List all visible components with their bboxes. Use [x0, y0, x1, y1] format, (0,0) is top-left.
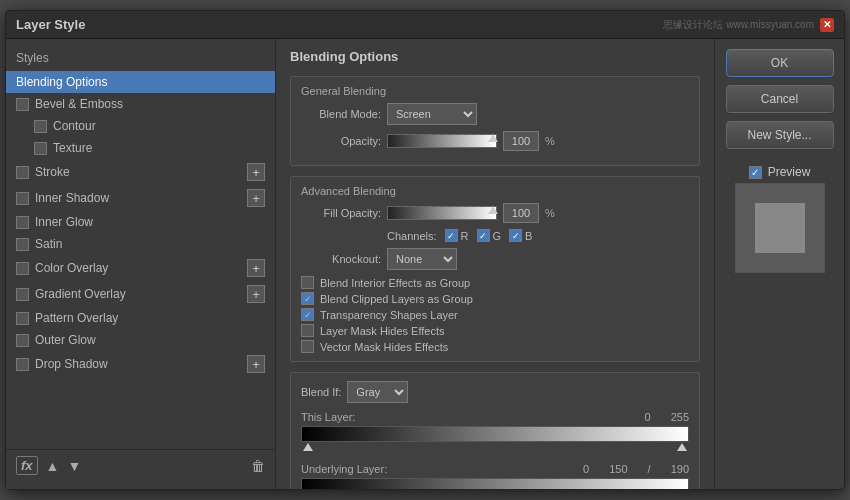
delete-button[interactable]: 🗑: [251, 458, 265, 474]
blend-interior-group-checkbox[interactable]: [301, 276, 314, 289]
this-layer-min: 0: [645, 411, 651, 423]
sidebar-item-outer-glow[interactable]: Outer Glow: [6, 329, 275, 351]
advanced-options: Blend Interior Effects as Group ✓ Blend …: [301, 276, 689, 353]
this-layer-section: This Layer: 0 255: [301, 411, 689, 455]
title-bar: Layer Style 思缘设计论坛 www.missyuan.com ✕: [6, 11, 844, 39]
sidebar-item-gradient-overlay[interactable]: Gradient Overlay +: [6, 281, 275, 307]
gradient-overlay-add-button[interactable]: +: [247, 285, 265, 303]
color-overlay-add-button[interactable]: +: [247, 259, 265, 277]
underlying-layer-gradient-track[interactable]: [301, 478, 689, 489]
advanced-blending-section: Advanced Blending Fill Opacity: % Channe…: [290, 176, 700, 362]
layer-mask-hides-label: Layer Mask Hides Effects: [320, 325, 445, 337]
middle-panel: Blending Options General Blending Blend …: [276, 39, 714, 489]
opacity-label: Opacity:: [301, 135, 381, 147]
fill-opacity-slider-track[interactable]: [387, 206, 497, 220]
drop-shadow-checkbox[interactable]: [16, 358, 29, 371]
channel-g-label: G: [493, 230, 502, 242]
this-layer-label: This Layer:: [301, 411, 355, 423]
this-layer-arrows: [301, 443, 689, 455]
knockout-label: Knockout:: [301, 253, 381, 265]
opacity-input[interactable]: [503, 131, 539, 151]
advanced-blending-title: Advanced Blending: [301, 185, 689, 197]
blend-mode-select[interactable]: Screen Normal Multiply Overlay: [387, 103, 477, 125]
preview-checkbox[interactable]: ✓: [749, 166, 762, 179]
this-layer-left-arrow[interactable]: [303, 443, 313, 451]
vector-mask-hides-checkbox[interactable]: [301, 340, 314, 353]
fill-opacity-percent: %: [545, 207, 555, 219]
opacity-row: Opacity: %: [301, 131, 689, 151]
sidebar-item-blending-options[interactable]: Blending Options: [6, 71, 275, 93]
blend-clipped-layers-checkbox[interactable]: ✓: [301, 292, 314, 305]
style-item-left: Blending Options: [16, 75, 107, 89]
channel-b-checkbox[interactable]: ✓: [509, 229, 522, 242]
fill-opacity-thumb[interactable]: [488, 206, 498, 214]
fill-opacity-input[interactable]: [503, 203, 539, 223]
sidebar-item-bevel-emboss[interactable]: Bevel & Emboss: [6, 93, 275, 115]
opacity-slider-container: [387, 134, 497, 148]
blend-clipped-layers-label: Blend Clipped Layers as Group: [320, 293, 473, 305]
underlying-layer-min: 0: [583, 463, 589, 475]
opacity-slider-track[interactable]: [387, 134, 497, 148]
inner-shadow-checkbox[interactable]: [16, 192, 29, 205]
sidebar-item-drop-shadow[interactable]: Drop Shadow +: [6, 351, 275, 377]
blend-mode-row: Blend Mode: Screen Normal Multiply Overl…: [301, 103, 689, 125]
styles-header: Styles: [6, 47, 275, 71]
ok-button[interactable]: OK: [726, 49, 834, 77]
preview-section: ✓ Preview: [735, 165, 825, 273]
knockout-select[interactable]: None Shallow Deep: [387, 248, 457, 270]
sidebar-item-texture[interactable]: Texture: [6, 137, 275, 159]
dialog-body: Styles Blending Options Bevel & Emboss C: [6, 39, 844, 489]
stroke-add-button[interactable]: +: [247, 163, 265, 181]
stroke-checkbox[interactable]: [16, 166, 29, 179]
vector-mask-hides-option: Vector Mask Hides Effects: [301, 340, 689, 353]
move-up-button[interactable]: ▲: [46, 458, 60, 474]
fill-opacity-label: Fill Opacity:: [301, 207, 381, 219]
this-layer-values: 0 255: [645, 411, 689, 423]
contour-checkbox[interactable]: [34, 120, 47, 133]
sidebar-item-satin[interactable]: Satin: [6, 233, 275, 255]
color-overlay-checkbox[interactable]: [16, 262, 29, 275]
channel-r-checkbox[interactable]: ✓: [445, 229, 458, 242]
layer-mask-hides-checkbox[interactable]: [301, 324, 314, 337]
dialog-title: Layer Style: [16, 17, 85, 32]
new-style-button[interactable]: New Style...: [726, 121, 834, 149]
move-down-button[interactable]: ▼: [67, 458, 81, 474]
blend-interior-group-option: Blend Interior Effects as Group: [301, 276, 689, 289]
channel-g-checkbox[interactable]: ✓: [477, 229, 490, 242]
underlying-layer-label: Underlying Layer:: [301, 463, 387, 475]
channel-r: ✓ R: [445, 229, 469, 242]
underlying-layer-mid2: 190: [671, 463, 689, 475]
gradient-overlay-checkbox[interactable]: [16, 288, 29, 301]
channel-b-label: B: [525, 230, 532, 242]
close-button[interactable]: ✕: [820, 18, 834, 32]
inner-shadow-add-button[interactable]: +: [247, 189, 265, 207]
sidebar-item-contour[interactable]: Contour: [6, 115, 275, 137]
this-layer-right-arrow[interactable]: [677, 443, 687, 451]
outer-glow-checkbox[interactable]: [16, 334, 29, 347]
inner-glow-checkbox[interactable]: [16, 216, 29, 229]
fx-bar: fx ▲ ▼ 🗑: [6, 449, 275, 481]
bevel-emboss-checkbox[interactable]: [16, 98, 29, 111]
cancel-button[interactable]: Cancel: [726, 85, 834, 113]
sidebar-item-inner-glow[interactable]: Inner Glow: [6, 211, 275, 233]
sidebar-item-pattern-overlay[interactable]: Pattern Overlay: [6, 307, 275, 329]
blend-if-section: Blend If: Gray Red Green Blue This Layer…: [290, 372, 700, 489]
general-blending-section: General Blending Blend Mode: Screen Norm…: [290, 76, 700, 166]
sidebar-item-stroke[interactable]: Stroke +: [6, 159, 275, 185]
underlying-layer-gradient: [302, 479, 688, 489]
sidebar-item-inner-shadow[interactable]: Inner Shadow +: [6, 185, 275, 211]
satin-checkbox[interactable]: [16, 238, 29, 251]
drop-shadow-add-button[interactable]: +: [247, 355, 265, 373]
general-blending-title: General Blending: [301, 85, 689, 97]
transparency-shapes-checkbox[interactable]: ✓: [301, 308, 314, 321]
opacity-slider-thumb[interactable]: [488, 134, 498, 142]
this-layer-label-row: This Layer: 0 255: [301, 411, 689, 423]
channel-b: ✓ B: [509, 229, 532, 242]
texture-checkbox[interactable]: [34, 142, 47, 155]
pattern-overlay-checkbox[interactable]: [16, 312, 29, 325]
blend-interior-group-label: Blend Interior Effects as Group: [320, 277, 470, 289]
this-layer-gradient-track[interactable]: [301, 426, 689, 442]
preview-inner: [755, 203, 805, 253]
sidebar-item-color-overlay[interactable]: Color Overlay +: [6, 255, 275, 281]
blend-if-select[interactable]: Gray Red Green Blue: [347, 381, 408, 403]
